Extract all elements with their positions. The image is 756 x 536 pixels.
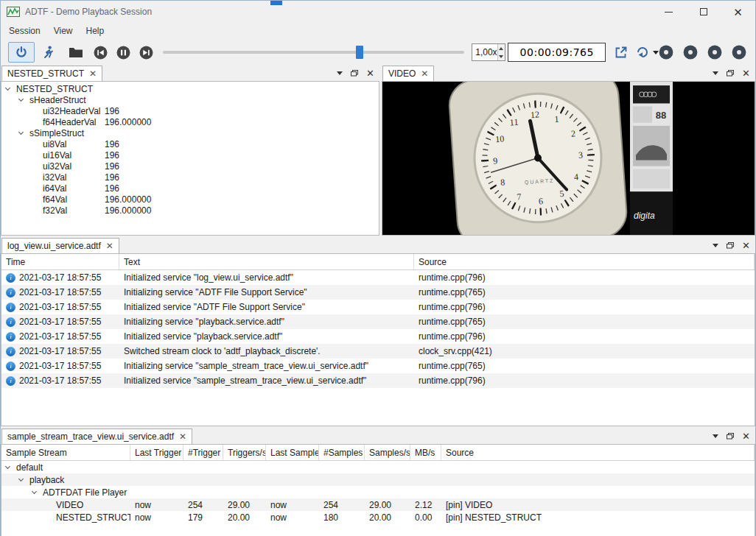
tab-close-icon[interactable]: ✕ xyxy=(106,241,113,250)
log-row[interactable]: i2021-03-17 18:57:55Initialized service … xyxy=(1,329,755,344)
trace-cell: 254 xyxy=(319,498,365,511)
tree-expander-icon[interactable] xyxy=(5,85,10,91)
tree-row[interactable]: sSimpleStruct xyxy=(1,127,379,138)
log-column-source[interactable]: Source xyxy=(414,254,755,269)
panel-float-button[interactable] xyxy=(351,70,358,77)
tree-row[interactable]: f64Val196.000000 xyxy=(1,194,379,205)
trace-column-trigger-count[interactable]: #Trigger xyxy=(183,445,223,460)
log-row[interactable]: i2021-03-17 18:57:55Initializing service… xyxy=(1,359,755,373)
slider-track[interactable] xyxy=(163,51,464,54)
tree-expander-icon[interactable] xyxy=(18,96,24,102)
detach-button[interactable] xyxy=(612,43,630,61)
log-row[interactable]: i2021-03-17 18:57:55Initialized service … xyxy=(1,373,755,388)
up-arrow-icon xyxy=(499,47,503,50)
trace-row[interactable]: default xyxy=(1,461,755,473)
trace-cell xyxy=(130,473,183,486)
menu-session[interactable]: Session xyxy=(2,24,47,38)
trace-row[interactable]: NESTED_STRUCTnow17920.00now18020.000.00[… xyxy=(1,511,755,523)
power-button[interactable] xyxy=(8,42,35,63)
tree-row[interactable]: sHeaderStruct xyxy=(1,94,379,105)
timeline-slider[interactable] xyxy=(163,45,464,60)
slider-handle[interactable] xyxy=(356,46,363,59)
tab-close-icon[interactable]: ✕ xyxy=(421,69,428,78)
toolbar-circle-button-1[interactable] xyxy=(659,45,673,60)
log-column-time[interactable]: Time xyxy=(1,254,119,269)
tab-trace-view[interactable]: sample_stream_trace_view.ui_service.adtf… xyxy=(1,429,192,444)
trace-column-sample-count[interactable]: #Samples xyxy=(319,445,365,460)
tree-expander-icon[interactable] xyxy=(18,476,24,482)
trace-column-sample-stream[interactable]: Sample Stream xyxy=(1,445,130,460)
trace-column-source[interactable]: Source xyxy=(441,445,755,460)
log-column-text[interactable]: Text xyxy=(119,254,414,269)
tree-row[interactable]: ui32HeaderVal196 xyxy=(1,105,379,116)
tree-row[interactable]: ui8Val196 xyxy=(1,138,379,149)
run-button[interactable] xyxy=(36,42,60,63)
log-row[interactable]: i2021-03-17 18:57:55Initialized service … xyxy=(1,300,755,314)
panel-float-button[interactable] xyxy=(727,242,734,249)
minimize-button[interactable] xyxy=(651,1,686,23)
tab-nested-struct[interactable]: NESTED_STRUCT ✕ xyxy=(1,66,102,81)
tree-row[interactable]: NESTED_STRUCT xyxy=(1,83,379,94)
toolbar-circle-button-4[interactable] xyxy=(732,45,746,60)
tree-row[interactable]: f64HeaderVal196.000000 xyxy=(1,116,379,127)
trace-column-triggers-per-s[interactable]: Triggers/s xyxy=(223,445,266,460)
panel-close-button[interactable]: ✕ xyxy=(742,431,750,441)
tree-row[interactable]: i64Val196 xyxy=(1,183,379,194)
trace-column-mb-per-s[interactable]: MB/s xyxy=(410,445,441,460)
tree-item-label: f64HeaderVal xyxy=(43,117,97,127)
rewind-button[interactable] xyxy=(92,44,108,60)
tab-close-icon[interactable]: ✕ xyxy=(179,432,186,441)
trace-column-last-sample[interactable]: Last Sample xyxy=(266,445,319,460)
log-row[interactable]: i2021-03-17 18:57:55Initializing service… xyxy=(1,314,755,329)
menu-view[interactable]: View xyxy=(47,24,80,38)
tree-row[interactable]: ui32Val196 xyxy=(1,161,379,172)
trace-column-samples-per-s[interactable]: Samples/s xyxy=(365,445,410,460)
pause-button[interactable] xyxy=(115,44,131,60)
trace-row[interactable]: VIDEOnow25429.00now25429.002.12[pin] VID… xyxy=(1,498,755,511)
tree-expander-icon[interactable] xyxy=(5,464,10,469)
tab-video[interactable]: VIDEO ✕ xyxy=(382,66,434,81)
panel-menu-button[interactable] xyxy=(713,434,718,438)
loop-button[interactable] xyxy=(634,43,651,61)
tree-row[interactable]: i32Val196 xyxy=(1,172,379,183)
toolbar-circle-button-3[interactable] xyxy=(707,45,722,60)
log-row[interactable]: i2021-03-17 18:57:55Initializing service… xyxy=(1,285,755,300)
close-button[interactable]: ✕ xyxy=(721,1,755,23)
panel-float-button[interactable] xyxy=(727,70,734,77)
log-row[interactable]: i2021-03-17 18:57:55Initialized service … xyxy=(1,270,755,285)
time-display[interactable]: 00:00:09:765 xyxy=(508,43,606,62)
tree-row[interactable]: ui16Val196 xyxy=(1,149,379,161)
panel-close-button[interactable]: ✕ xyxy=(742,241,750,250)
panel-menu-button[interactable] xyxy=(713,244,718,247)
panel-close-button[interactable]: ✕ xyxy=(366,68,374,78)
panel-close-button[interactable]: ✕ xyxy=(742,68,750,78)
trace-row[interactable]: ADTFDAT File Player xyxy=(1,486,755,498)
open-file-button[interactable] xyxy=(67,43,86,62)
info-icon: i xyxy=(6,303,15,312)
menu-help[interactable]: Help xyxy=(80,24,111,38)
tree-row[interactable]: f32Val196.000000 xyxy=(1,205,379,216)
video-tabbar: VIDEO ✕ ✕ xyxy=(382,66,755,81)
maximize-button[interactable] xyxy=(686,1,721,23)
tab-close-icon[interactable]: ✕ xyxy=(89,69,97,78)
panel-float-button[interactable] xyxy=(727,433,734,440)
window-title: ADTF - Demo Playback Session xyxy=(25,7,152,17)
speed-down-button[interactable] xyxy=(498,52,505,60)
tree-expander-icon[interactable] xyxy=(18,130,24,135)
speed-spinbox[interactable]: 1,00x xyxy=(472,43,505,61)
trace-cell xyxy=(183,486,223,498)
log-text-cell: Initializing service "sample_stream_trac… xyxy=(119,359,414,373)
tab-log-view[interactable]: log_view.ui_service.adtf ✕ xyxy=(1,238,119,253)
panel-menu-button[interactable] xyxy=(713,71,718,75)
speed-value[interactable]: 1,00x xyxy=(472,44,497,60)
panel-menu-button[interactable] xyxy=(337,71,343,75)
tree-expander-icon[interactable] xyxy=(32,489,37,494)
tree-item-value: 196 xyxy=(105,139,119,149)
trace-column-last-trigger[interactable]: Last Trigger xyxy=(130,445,183,460)
trace-row[interactable]: playback xyxy=(1,473,755,486)
speed-up-button[interactable] xyxy=(498,44,505,52)
toolbar-circle-button-2[interactable] xyxy=(683,45,698,60)
step-forward-button[interactable] xyxy=(138,44,154,60)
loop-dropdown-button[interactable] xyxy=(653,51,659,54)
log-row[interactable]: i2021-03-17 18:57:55Switched stream cloc… xyxy=(1,344,755,359)
